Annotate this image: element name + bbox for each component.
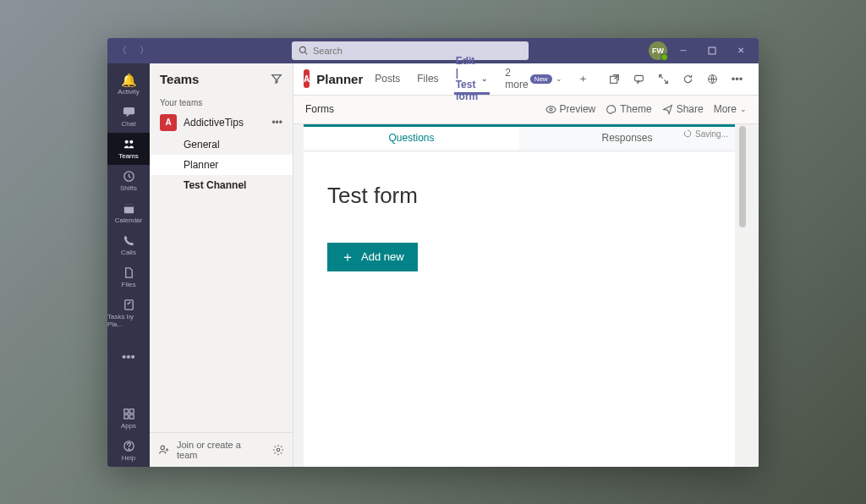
tab-questions[interactable]: Questions: [304, 127, 519, 150]
app-rail: 🔔 Activity Chat Teams Shifts: [107, 63, 150, 467]
popout-icon[interactable]: [606, 74, 623, 85]
svg-rect-12: [123, 414, 128, 419]
rail-calendar[interactable]: Calendar: [107, 197, 150, 229]
window-maximize-button[interactable]: [699, 39, 725, 63]
new-badge: New: [530, 74, 552, 84]
filter-icon[interactable]: [271, 73, 282, 85]
rail-label: Apps: [121, 422, 136, 430]
forms-body: Questions Responses Saving... Test form …: [293, 124, 759, 467]
files-icon: [123, 266, 135, 279]
phone-icon: [123, 234, 135, 247]
form-title[interactable]: Test form: [327, 183, 711, 209]
rail-shifts[interactable]: Shifts: [107, 165, 150, 197]
search-icon: [299, 46, 308, 55]
add-tab-button[interactable]: ＋: [574, 71, 592, 86]
svg-line-1: [305, 52, 308, 55]
svg-point-15: [128, 448, 129, 449]
svg-rect-2: [709, 47, 715, 54]
channel-general[interactable]: General: [150, 134, 293, 155]
team-more-icon[interactable]: •••: [271, 117, 282, 129]
globe-icon[interactable]: [704, 74, 721, 85]
teams-icon: [123, 138, 135, 151]
tab-more[interactable]: 2 more New ⌄: [500, 63, 567, 95]
apps-icon: [123, 408, 135, 420]
more-button[interactable]: More ⌄: [714, 103, 747, 115]
svg-rect-10: [123, 408, 128, 413]
teams-title: Teams: [160, 72, 199, 86]
rail-apps[interactable]: Apps: [107, 403, 150, 435]
svg-rect-19: [634, 75, 643, 81]
rail-calls[interactable]: Calls: [107, 229, 150, 261]
tasks-icon: [123, 299, 135, 311]
window-close-button[interactable]: ✕: [728, 39, 754, 63]
tab-edit-form[interactable]: Edit | Test form ⌄: [451, 63, 494, 95]
forms-toolbar: Forms Preview Theme Share More ⌄: [293, 96, 759, 124]
chevron-down-icon: ⌄: [481, 74, 488, 83]
rail-label: Files: [122, 281, 136, 288]
channel-title: Planner: [316, 72, 363, 86]
expand-icon[interactable]: [655, 74, 672, 85]
form-card: Test form ＋ Add new: [304, 152, 735, 467]
teams-panel: Teams Your teams A AddictiveTips ••• Gen…: [150, 63, 293, 467]
plus-icon: ＋: [341, 250, 354, 264]
add-new-button[interactable]: ＋ Add new: [327, 243, 418, 271]
team-row[interactable]: A AddictiveTips •••: [150, 111, 293, 134]
rail-label: Activity: [118, 88, 139, 96]
nav-forward-button[interactable]: 〉: [134, 41, 153, 60]
svg-point-16: [161, 446, 164, 449]
team-avatar: A: [160, 114, 177, 131]
window-minimize-button[interactable]: ─: [671, 39, 696, 63]
rail-label: Help: [122, 454, 135, 462]
rail-chat[interactable]: Chat: [107, 101, 150, 133]
calendar-icon: [123, 202, 135, 215]
search-input[interactable]: [313, 46, 522, 56]
scrollbar[interactable]: [737, 124, 748, 467]
rail-label: Shifts: [120, 184, 137, 192]
tab-files[interactable]: Files: [412, 63, 443, 95]
titlebar: 〈 〉 FW ─ ✕: [107, 38, 759, 63]
rail-label: Calls: [121, 249, 136, 256]
conversation-icon[interactable]: [630, 74, 648, 85]
rail-more[interactable]: •••: [107, 345, 150, 368]
svg-point-0: [299, 47, 305, 52]
section-your-teams: Your teams: [150, 93, 293, 111]
theme-button[interactable]: Theme: [606, 103, 651, 115]
shifts-icon: [123, 170, 135, 183]
rail-teams[interactable]: Teams: [107, 133, 150, 165]
chevron-down-icon: ⌄: [740, 105, 747, 113]
svg-rect-8: [123, 204, 133, 206]
channel-planner[interactable]: Planner: [150, 155, 293, 175]
preview-button[interactable]: Preview: [545, 103, 596, 115]
join-team-icon: [158, 444, 170, 456]
saving-indicator: Saving...: [683, 129, 728, 139]
svg-point-4: [124, 140, 128, 143]
channel-test[interactable]: Test Channel: [150, 175, 293, 195]
chat-icon: [123, 106, 135, 118]
rail-activity[interactable]: 🔔 Activity: [107, 68, 150, 101]
reload-icon[interactable]: [679, 74, 697, 85]
more-icon: •••: [122, 350, 135, 363]
rail-files[interactable]: Files: [107, 261, 150, 293]
share-button[interactable]: Share: [662, 103, 704, 115]
main-content: A Planner Posts Files Edit | Test form ⌄…: [293, 63, 759, 467]
rail-label: Chat: [122, 120, 136, 128]
chevron-down-icon: ⌄: [556, 74, 562, 83]
more-options-icon[interactable]: •••: [728, 73, 747, 85]
svg-rect-9: [124, 299, 132, 309]
settings-gear-icon[interactable]: [272, 444, 284, 456]
tab-posts[interactable]: Posts: [370, 63, 405, 95]
app-window: 〈 〉 FW ─ ✕ 🔔 Activity Chat: [107, 38, 759, 467]
svg-point-5: [129, 140, 133, 143]
rail-tasks[interactable]: Tasks by Pla...: [107, 293, 150, 333]
rail-label: Teams: [118, 152, 139, 160]
help-icon: [123, 440, 135, 452]
bell-icon: 🔔: [121, 74, 137, 86]
channel-header: A Planner Posts Files Edit | Test form ⌄…: [293, 63, 759, 96]
nav-back-button[interactable]: 〈: [112, 41, 131, 60]
search-box[interactable]: [292, 41, 529, 60]
join-team-link[interactable]: Join or create a team: [177, 440, 259, 460]
forms-title: Forms: [305, 103, 535, 115]
rail-help[interactable]: Help: [107, 435, 150, 467]
user-avatar[interactable]: FW: [649, 41, 667, 60]
channel-avatar: A: [304, 69, 310, 88]
